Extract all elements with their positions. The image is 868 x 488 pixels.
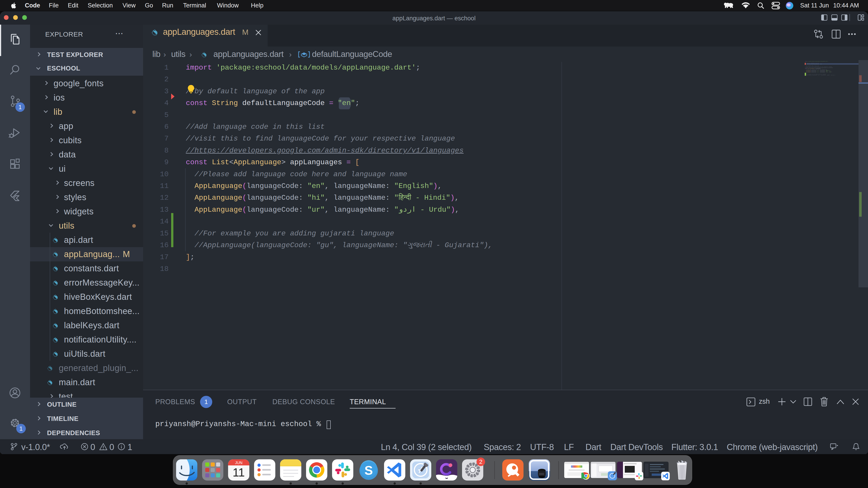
svg-text:JUN: JUN bbox=[235, 461, 242, 465]
svg-text:11: 11 bbox=[232, 466, 245, 479]
svg-text:S: S bbox=[364, 463, 373, 477]
